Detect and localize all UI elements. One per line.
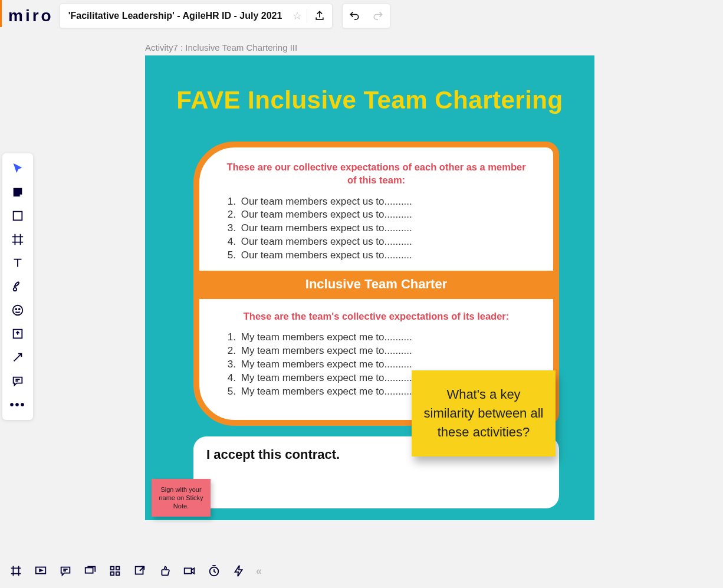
redo-icon [372, 10, 384, 22]
sticky-text: What's a key similarity between all thes… [421, 385, 546, 442]
present-button[interactable] [33, 563, 48, 579]
top-bar: miro 'Facilitative Leadership' - AgileHR… [8, 4, 390, 28]
shape-tool[interactable] [6, 204, 29, 228]
svg-rect-12 [136, 567, 143, 574]
pink-sticky-note[interactable]: Sign with your name on Sticky Note. [152, 479, 211, 517]
frame-label[interactable]: Activity7 : Inclusive Team Chartering II… [145, 42, 297, 52]
list-item: 1. Our team members expect us to........… [223, 195, 530, 209]
bottom-toolbar: « [8, 563, 262, 579]
pen-tool[interactable] [6, 275, 29, 298]
sticky-note-tool[interactable] [6, 180, 29, 204]
upload-icon [314, 10, 326, 22]
more-tools[interactable]: ••• [6, 393, 29, 416]
square-icon [11, 209, 24, 222]
comment-tool[interactable] [6, 369, 29, 393]
list-item: 3. My team members expect me to.........… [223, 358, 530, 372]
yellow-sticky-note[interactable]: What's a key similarity between all thes… [412, 370, 556, 456]
team-expectations-heading: These are our collective expectations of… [223, 160, 530, 187]
svg-point-1 [14, 288, 17, 291]
svg-rect-13 [185, 568, 192, 573]
voting-button[interactable] [157, 563, 172, 579]
sticky-text: Sign with your name on Sticky Note. [155, 485, 207, 511]
ellipsis-icon: ••• [9, 398, 25, 412]
upload-tool[interactable] [6, 322, 29, 346]
comment-icon [11, 375, 24, 387]
video-button[interactable] [182, 563, 197, 579]
timer-icon [208, 564, 221, 577]
select-tool[interactable] [6, 157, 29, 180]
cards-icon [84, 564, 97, 577]
charter-card-top: These are our collective expectations of… [199, 147, 553, 271]
svg-point-2 [13, 306, 23, 316]
svg-rect-7 [86, 568, 93, 573]
svg-point-3 [15, 308, 17, 310]
list-item: 2. My team members expect me to.........… [223, 344, 530, 358]
share-export-button[interactable] [132, 563, 147, 579]
connector-tool[interactable] [6, 346, 29, 369]
comments-panel-button[interactable] [58, 563, 73, 579]
frame-title: FAVE Inclusive Team Chartering [145, 55, 594, 114]
svg-rect-10 [111, 572, 114, 576]
text-tool[interactable] [6, 251, 29, 275]
team-expectations-list: 1. Our team members expect us to........… [223, 195, 530, 263]
accent-bar [0, 0, 2, 27]
side-toolbar: ••• [2, 153, 33, 420]
undo-icon [349, 10, 360, 22]
grid-icon [109, 564, 121, 577]
svg-rect-11 [116, 572, 120, 576]
frames-icon [9, 564, 22, 577]
list-item: 1. My team members expect me to.........… [223, 331, 530, 344]
export-button[interactable] [307, 4, 332, 28]
cursor-icon [11, 162, 24, 175]
bolt-icon [232, 564, 245, 577]
emoji-tool[interactable] [6, 298, 29, 322]
video-icon [183, 564, 196, 577]
charter-band: Inclusive Team Charter [199, 271, 553, 299]
list-item: 5. Our team members expect us to........… [223, 249, 530, 262]
thumbs-up-icon [158, 564, 171, 577]
bolt-button[interactable] [231, 563, 247, 579]
favorite-star-icon[interactable]: ☆ [288, 9, 307, 22]
text-icon [11, 257, 24, 270]
frames-panel-button[interactable] [8, 563, 24, 579]
miro-logo[interactable]: miro [8, 6, 54, 25]
collapse-toolbar-button[interactable]: « [256, 565, 262, 577]
sticky-icon [11, 186, 24, 199]
smile-icon [11, 304, 24, 317]
board-title-box: 'Facilitative Leadership' - AgileHR ID -… [60, 4, 333, 28]
svg-rect-0 [14, 212, 22, 221]
list-item: 2. Our team members expect us to........… [223, 208, 530, 222]
activity-button[interactable] [107, 563, 123, 579]
leader-expectations-heading: These are the team's collective expectat… [223, 310, 530, 323]
list-item: 3. Our team members expect us to........… [223, 222, 530, 235]
arrow-icon [11, 351, 24, 364]
frame-tool[interactable] [6, 228, 29, 251]
redo-button[interactable] [366, 4, 390, 28]
share-icon [133, 564, 146, 577]
svg-rect-8 [111, 567, 114, 570]
undo-redo-box [342, 4, 390, 28]
pen-icon [11, 280, 24, 293]
undo-button[interactable] [343, 4, 366, 28]
board-title[interactable]: 'Facilitative Leadership' - AgileHR ID -… [60, 11, 288, 21]
import-icon [11, 327, 24, 340]
cards-button[interactable] [83, 563, 98, 579]
timer-button[interactable] [206, 563, 222, 579]
svg-rect-9 [116, 567, 120, 570]
svg-point-4 [19, 308, 20, 310]
frame-icon [11, 233, 24, 246]
list-item: 4. Our team members expect us to........… [223, 235, 530, 249]
chat-icon [59, 564, 72, 577]
present-icon [34, 564, 47, 577]
